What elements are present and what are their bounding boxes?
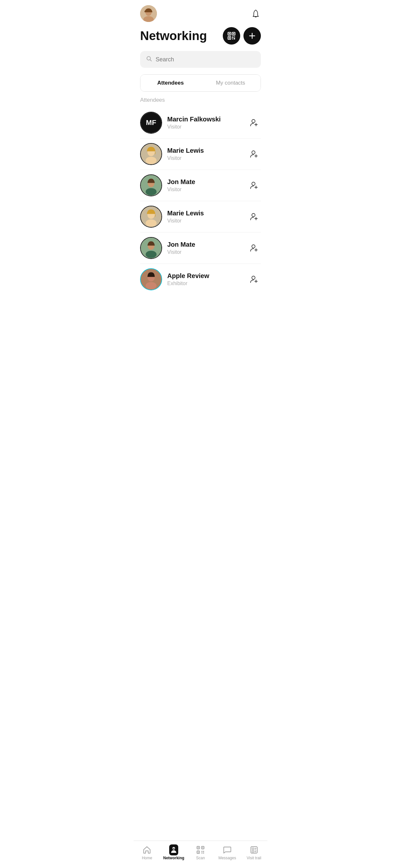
- svg-line-16: [150, 60, 152, 61]
- avatar[interactable]: [140, 206, 162, 228]
- attendee-list: MF Marcin Falkowski Visitor: [134, 107, 267, 295]
- add-contact-button[interactable]: [247, 273, 261, 286]
- attendee-name: Marie Lewis: [167, 147, 242, 154]
- list-item: MF Marcin Falkowski Visitor: [140, 107, 261, 138]
- page-title: Networking: [140, 29, 207, 43]
- title-row: Networking: [134, 25, 267, 51]
- add-contact-button[interactable]: [247, 179, 261, 192]
- add-contact-button[interactable]: [247, 210, 261, 223]
- header: [134, 0, 267, 25]
- tabs-row: Attendees My contacts: [140, 74, 261, 92]
- attendee-role: Visitor: [167, 124, 242, 130]
- svg-rect-9: [232, 36, 234, 38]
- attendee-name: Jon Mate: [167, 241, 242, 248]
- svg-point-22: [146, 157, 157, 164]
- svg-point-34: [146, 219, 157, 227]
- attendee-name: Marie Lewis: [167, 210, 242, 217]
- user-avatar[interactable]: [140, 5, 157, 22]
- attendee-name: Apple Review: [167, 272, 242, 280]
- list-item: Jon Mate Visitor: [140, 170, 261, 201]
- add-contact-button[interactable]: [247, 147, 261, 161]
- qr-scanner-button[interactable]: [223, 27, 240, 44]
- svg-point-41: [252, 245, 255, 248]
- svg-point-17: [252, 120, 255, 123]
- svg-rect-10: [234, 36, 235, 37]
- svg-point-29: [252, 182, 255, 185]
- avatar[interactable]: [140, 268, 162, 290]
- attendee-info: Apple Review Exhibitor: [167, 272, 242, 286]
- section-label: Attendees: [134, 97, 267, 107]
- avatar[interactable]: [140, 175, 162, 196]
- notification-bell-icon[interactable]: [251, 8, 261, 19]
- attendee-name: Jon Mate: [167, 178, 242, 186]
- list-item: Marie Lewis Visitor: [140, 138, 261, 170]
- attendee-info: Marie Lewis Visitor: [167, 210, 242, 224]
- attendee-info: Marie Lewis Visitor: [167, 147, 242, 161]
- avatar[interactable]: [140, 237, 162, 259]
- search-container: [140, 51, 261, 68]
- tab-attendees[interactable]: Attendees: [141, 74, 201, 91]
- svg-point-28: [146, 188, 157, 195]
- avatar[interactable]: [140, 143, 162, 165]
- svg-rect-8: [229, 37, 230, 39]
- add-contact-button[interactable]: [247, 241, 261, 255]
- add-contact-button[interactable]: [247, 116, 261, 129]
- list-item: Marie Lewis Visitor: [140, 201, 261, 232]
- svg-rect-11: [232, 38, 233, 39]
- attendee-role: Visitor: [167, 155, 242, 161]
- attendee-info: Jon Mate Visitor: [167, 241, 242, 255]
- svg-rect-4: [229, 33, 230, 35]
- search-input[interactable]: [156, 56, 255, 63]
- attendee-role: Visitor: [167, 249, 242, 255]
- search-icon: [146, 56, 152, 63]
- svg-point-47: [252, 276, 255, 279]
- add-button[interactable]: [243, 27, 261, 44]
- svg-point-35: [252, 213, 255, 217]
- svg-point-23: [252, 151, 255, 154]
- attendee-role: Visitor: [167, 187, 242, 192]
- tab-my-contacts[interactable]: My contacts: [201, 74, 260, 91]
- list-item: Jon Mate Visitor: [140, 232, 261, 264]
- svg-point-46: [146, 282, 157, 289]
- attendee-info: Jon Mate Visitor: [167, 178, 242, 192]
- svg-point-40: [146, 251, 157, 258]
- svg-rect-12: [234, 38, 235, 39]
- attendee-name: Marcin Falkowski: [167, 116, 242, 123]
- avatar[interactable]: MF: [140, 112, 162, 134]
- attendee-info: Marcin Falkowski Visitor: [167, 116, 242, 130]
- list-item: Apple Review Exhibitor: [140, 264, 261, 295]
- attendee-role: Visitor: [167, 218, 242, 224]
- svg-rect-6: [233, 33, 235, 35]
- attendee-role: Exhibitor: [167, 281, 242, 286]
- title-actions: [223, 27, 261, 44]
